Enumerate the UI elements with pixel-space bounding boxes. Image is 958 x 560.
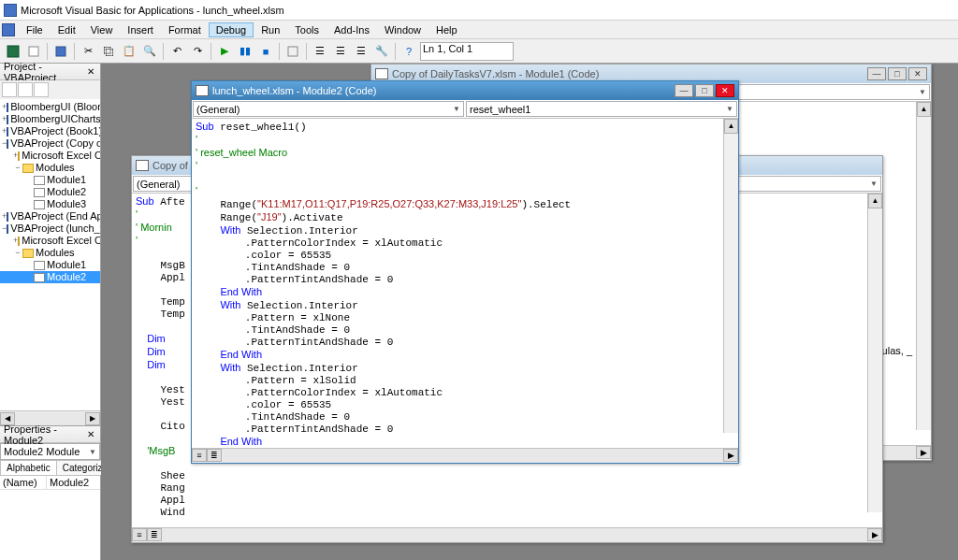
tool-object-browser[interactable]: ☰ bbox=[352, 42, 370, 61]
tree-node[interactable]: +BloombergUICharts (Blo bbox=[0, 113, 100, 125]
tree-node[interactable]: Module3 bbox=[0, 198, 100, 210]
tree-node[interactable]: Module2 bbox=[0, 186, 100, 198]
mdi-area: Copy of DailyTasksV7.xlsm - Module1 (Cod… bbox=[101, 64, 958, 560]
project-view-object[interactable] bbox=[18, 82, 33, 97]
scroll-right-icon[interactable]: ▶ bbox=[867, 528, 882, 541]
tool-position-combo[interactable]: Ln 1, Col 1 bbox=[420, 42, 514, 61]
tool-insert[interactable] bbox=[24, 42, 43, 61]
maximize-button[interactable]: □ bbox=[888, 67, 907, 80]
procedure-dropdown[interactable]: reset_wheel1▼ bbox=[466, 101, 737, 117]
properties-grid[interactable]: (Name) Module2 bbox=[0, 476, 100, 560]
properties-object-combo[interactable]: Module2 Module▼ bbox=[0, 443, 100, 460]
scroll-right-icon[interactable]: ▶ bbox=[916, 446, 931, 459]
svg-rect-2 bbox=[56, 47, 65, 56]
tool-find[interactable]: 🔍 bbox=[140, 42, 159, 61]
properties-pane-header: Properties - Module2 ✕ bbox=[0, 426, 100, 443]
tree-node[interactable]: +VBAProject (Book1) bbox=[0, 125, 100, 137]
tool-cut[interactable]: ✂ bbox=[79, 42, 97, 61]
window-titlebar[interactable]: lunch_wheel.xlsm - Module2 (Code) — □ ✕ bbox=[192, 81, 738, 100]
properties-tabs: Alphabetic Categorized bbox=[0, 460, 100, 476]
properties-pane-title: Properties - Module2 bbox=[4, 424, 85, 446]
scroll-right-icon[interactable]: ▶ bbox=[85, 412, 100, 425]
tool-save[interactable] bbox=[51, 42, 70, 61]
tool-toolbox[interactable]: 🔧 bbox=[372, 42, 391, 61]
tool-view-excel[interactable] bbox=[4, 42, 22, 61]
scroll-right-icon[interactable]: ▶ bbox=[723, 449, 738, 462]
app-title: Microsoft Visual Basic for Applications … bbox=[21, 5, 284, 16]
property-value[interactable]: Module2 bbox=[47, 476, 100, 489]
full-view-button[interactable]: ≡ bbox=[192, 449, 207, 462]
menu-insert[interactable]: Insert bbox=[120, 22, 161, 37]
code-editor[interactable]: Sub reset_wheel1() ' ' reset_wheel Macro… bbox=[192, 119, 738, 448]
tree-node[interactable]: +VBAProject (End April 20 bbox=[0, 210, 100, 223]
tree-node[interactable]: −Modules bbox=[0, 162, 100, 174]
menu-debug[interactable]: Debug bbox=[209, 22, 254, 37]
tool-project-explorer[interactable]: ☰ bbox=[311, 42, 329, 61]
close-button[interactable]: ✕ bbox=[716, 84, 734, 97]
maximize-button[interactable]: □ bbox=[695, 84, 714, 97]
menu-window[interactable]: Window bbox=[377, 22, 428, 37]
project-tree[interactable]: +BloombergUI (Bloomb+BloombergUICharts (… bbox=[0, 99, 100, 410]
project-toggle-folders[interactable] bbox=[34, 82, 49, 97]
project-toolbar bbox=[0, 80, 100, 99]
tool-help[interactable]: ? bbox=[399, 42, 418, 61]
menu-run[interactable]: Run bbox=[254, 22, 287, 37]
menubar-icon bbox=[2, 23, 15, 36]
module-icon bbox=[375, 68, 388, 79]
property-row: (Name) Module2 bbox=[0, 476, 100, 490]
tree-node[interactable]: +BloombergUI (Bloomb bbox=[0, 101, 100, 113]
menu-help[interactable]: Help bbox=[428, 22, 465, 37]
full-view-button[interactable]: ≡ bbox=[132, 528, 147, 541]
tool-reset[interactable]: ■ bbox=[256, 42, 275, 61]
vertical-scrollbar[interactable]: ▲ bbox=[916, 102, 931, 430]
tool-break[interactable]: ▮▮ bbox=[236, 42, 254, 61]
object-dropdown[interactable]: (General)▼ bbox=[193, 101, 464, 117]
project-pane-close-icon[interactable]: ✕ bbox=[85, 65, 96, 79]
proc-view-button[interactable]: ≣ bbox=[147, 528, 162, 541]
minimize-button[interactable]: — bbox=[867, 67, 886, 80]
close-button[interactable]: ✕ bbox=[908, 67, 927, 80]
properties-pane-close-icon[interactable]: ✕ bbox=[85, 428, 96, 441]
menu-tools[interactable]: Tools bbox=[287, 22, 327, 37]
tool-redo[interactable]: ↷ bbox=[188, 42, 207, 61]
tool-undo[interactable]: ↶ bbox=[167, 42, 186, 61]
tree-node[interactable]: −Modules bbox=[0, 247, 100, 259]
project-pane-header: Project - VBAProject ✕ bbox=[0, 64, 100, 80]
tool-copy[interactable]: ⿻ bbox=[99, 42, 118, 61]
window-title: lunch_wheel.xlsm - Module2 (Code) bbox=[212, 85, 376, 96]
menu-format[interactable]: Format bbox=[161, 22, 209, 37]
menu-edit[interactable]: Edit bbox=[51, 22, 83, 37]
project-view-code[interactable] bbox=[2, 82, 17, 97]
tool-run[interactable]: ▶ bbox=[215, 42, 234, 61]
window-title: Copy of DailyTasksV7.xlsm - Module1 (Cod… bbox=[392, 68, 599, 79]
tool-paste[interactable]: 📋 bbox=[120, 42, 138, 61]
tab-alphabetic[interactable]: Alphabetic bbox=[0, 460, 57, 475]
svg-rect-1 bbox=[29, 47, 38, 56]
project-pane-title: Project - VBAProject bbox=[4, 61, 85, 83]
tree-node[interactable]: −VBAProject (Copy of Dai bbox=[0, 137, 100, 150]
menu-addins[interactable]: Add-Ins bbox=[327, 22, 377, 37]
svg-rect-0 bbox=[7, 46, 19, 57]
menubar: File Edit View Insert Format Debug Run T… bbox=[0, 21, 958, 39]
module-icon bbox=[136, 160, 149, 171]
tool-properties[interactable]: ☰ bbox=[331, 42, 350, 61]
menu-file[interactable]: File bbox=[19, 22, 51, 37]
svg-rect-3 bbox=[288, 47, 298, 56]
minimize-button[interactable]: — bbox=[675, 84, 693, 97]
tree-node[interactable]: Module1 bbox=[0, 174, 100, 186]
vertical-scrollbar[interactable]: ▲ bbox=[867, 194, 882, 512]
tree-node[interactable]: +Microsoft Excel Objects bbox=[0, 150, 100, 162]
app-icon bbox=[4, 4, 17, 17]
code-window-lunch-wheel[interactable]: lunch_wheel.xlsm - Module2 (Code) — □ ✕ … bbox=[191, 80, 739, 464]
tree-node[interactable]: −VBAProject (lunch_whe bbox=[0, 223, 100, 235]
vertical-scrollbar[interactable]: ▲ bbox=[723, 119, 738, 433]
tool-design[interactable] bbox=[283, 42, 302, 61]
tree-node[interactable]: +Microsoft Excel Objects bbox=[0, 235, 100, 247]
tree-node[interactable]: Module1 bbox=[0, 259, 100, 271]
menu-view[interactable]: View bbox=[83, 22, 121, 37]
toolbar: ✂ ⿻ 📋 🔍 ↶ ↷ ▶ ▮▮ ■ ☰ ☰ ☰ 🔧 ? Ln 1, Col 1 bbox=[0, 39, 958, 64]
property-name: (Name) bbox=[0, 476, 47, 489]
app-titlebar: Microsoft Visual Basic for Applications … bbox=[0, 0, 958, 21]
proc-view-button[interactable]: ≣ bbox=[207, 449, 222, 462]
tree-node[interactable]: Module2 bbox=[0, 271, 100, 283]
